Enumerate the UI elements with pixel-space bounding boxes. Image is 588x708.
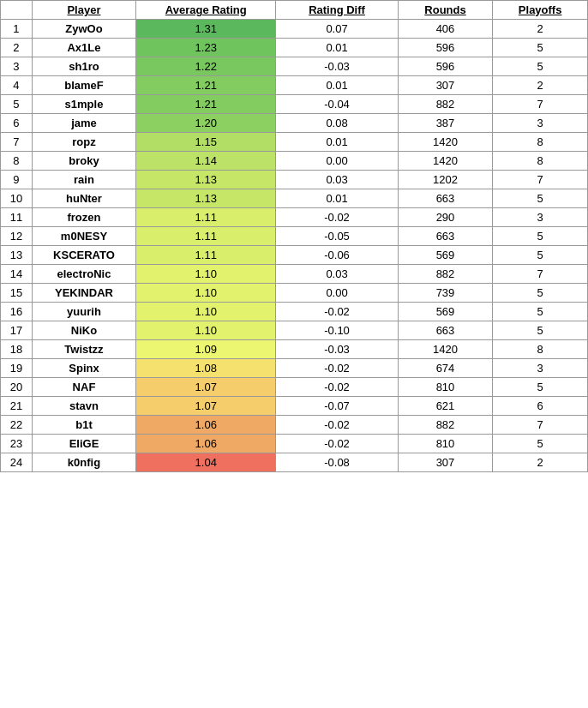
cell-player: b1t — [32, 416, 135, 435]
cell-rating-diff: -0.07 — [276, 397, 398, 416]
cell-avg-rating: 1.06 — [136, 435, 276, 453]
cell-rounds: 1420 — [398, 340, 493, 359]
table-row: 19Spinx1.08-0.026743 — [1, 359, 588, 378]
cell-avg-rating: 1.22 — [136, 57, 276, 76]
cell-playoffs: 5 — [493, 321, 588, 340]
cell-player: EliGE — [32, 435, 135, 453]
cell-rounds: 307 — [398, 76, 493, 95]
cell-rank: 23 — [1, 435, 33, 453]
cell-rating-diff: 0.00 — [276, 284, 398, 303]
cell-player: frozen — [32, 208, 135, 227]
cell-rounds: 882 — [398, 265, 493, 284]
cell-avg-rating: 1.10 — [136, 321, 276, 340]
cell-rank: 10 — [1, 189, 33, 208]
cell-rating-diff: 0.03 — [276, 265, 398, 284]
cell-rating-diff: -0.06 — [276, 246, 398, 265]
cell-rank: 24 — [1, 453, 33, 472]
table-row: 23EliGE1.06-0.028105 — [1, 435, 588, 453]
cell-playoffs: 3 — [493, 114, 588, 133]
table-row: 10huNter1.130.016635 — [1, 189, 588, 208]
cell-playoffs: 7 — [493, 416, 588, 435]
cell-playoffs: 2 — [493, 76, 588, 95]
cell-avg-rating: 1.14 — [136, 152, 276, 171]
cell-playoffs: 8 — [493, 133, 588, 152]
cell-player: Spinx — [32, 359, 135, 378]
cell-rank: 3 — [1, 57, 33, 76]
cell-rank: 2 — [1, 39, 33, 57]
cell-avg-rating: 1.11 — [136, 227, 276, 246]
table-row: 20NAF1.07-0.028105 — [1, 378, 588, 397]
cell-rounds: 882 — [398, 95, 493, 114]
cell-rounds: 1202 — [398, 171, 493, 189]
cell-rating-diff: -0.08 — [276, 453, 398, 472]
cell-rank: 15 — [1, 284, 33, 303]
cell-player: NAF — [32, 378, 135, 397]
cell-rating-diff: -0.05 — [276, 227, 398, 246]
cell-player: KSCERATO — [32, 246, 135, 265]
cell-avg-rating: 1.09 — [136, 340, 276, 359]
table-row: 6jame1.200.083873 — [1, 114, 588, 133]
cell-rating-diff: -0.02 — [276, 416, 398, 435]
cell-rounds: 406 — [398, 20, 493, 39]
cell-rank: 5 — [1, 95, 33, 114]
cell-rating-diff: 0.08 — [276, 114, 398, 133]
table-row: 22b1t1.06-0.028827 — [1, 416, 588, 435]
cell-rank: 1 — [1, 20, 33, 39]
cell-playoffs: 2 — [493, 20, 588, 39]
cell-rank: 6 — [1, 114, 33, 133]
cell-playoffs: 5 — [493, 284, 588, 303]
cell-player: rain — [32, 171, 135, 189]
cell-rank: 8 — [1, 152, 33, 171]
table-row: 12m0NESY1.11-0.056635 — [1, 227, 588, 246]
cell-player: m0NESY — [32, 227, 135, 246]
cell-avg-rating: 1.04 — [136, 453, 276, 472]
cell-rating-diff: -0.02 — [276, 208, 398, 227]
cell-playoffs: 2 — [493, 453, 588, 472]
cell-rounds: 663 — [398, 189, 493, 208]
cell-player: ropz — [32, 133, 135, 152]
header-player: Player — [32, 1, 135, 20]
cell-avg-rating: 1.08 — [136, 359, 276, 378]
cell-rounds: 569 — [398, 303, 493, 321]
table-row: 21stavn1.07-0.076216 — [1, 397, 588, 416]
header-rank — [1, 1, 33, 20]
table-row: 3sh1ro1.22-0.035965 — [1, 57, 588, 76]
cell-rank: 4 — [1, 76, 33, 95]
cell-rating-diff: -0.10 — [276, 321, 398, 340]
cell-player: broky — [32, 152, 135, 171]
cell-avg-rating: 1.07 — [136, 378, 276, 397]
cell-rounds: 1420 — [398, 133, 493, 152]
cell-rank: 13 — [1, 246, 33, 265]
table-row: 17NiKo1.10-0.106635 — [1, 321, 588, 340]
cell-rank: 9 — [1, 171, 33, 189]
cell-rank: 17 — [1, 321, 33, 340]
table-row: 24k0nfig1.04-0.083072 — [1, 453, 588, 472]
cell-rounds: 1420 — [398, 152, 493, 171]
cell-avg-rating: 1.06 — [136, 416, 276, 435]
cell-rank: 14 — [1, 265, 33, 284]
table-row: 8broky1.140.0014208 — [1, 152, 588, 171]
cell-rating-diff: 0.03 — [276, 171, 398, 189]
table-row: 1ZywOo1.310.074062 — [1, 20, 588, 39]
cell-avg-rating: 1.11 — [136, 208, 276, 227]
header-row: Player Average Rating Rating Diff Rounds… — [1, 1, 588, 20]
cell-rank: 12 — [1, 227, 33, 246]
table-row: 5s1mple1.21-0.048827 — [1, 95, 588, 114]
cell-rounds: 307 — [398, 453, 493, 472]
cell-playoffs: 8 — [493, 340, 588, 359]
table-row: 18Twistzz1.09-0.0314208 — [1, 340, 588, 359]
cell-rounds: 810 — [398, 435, 493, 453]
cell-avg-rating: 1.23 — [136, 39, 276, 57]
cell-rank: 11 — [1, 208, 33, 227]
cell-rating-diff: 0.01 — [276, 76, 398, 95]
cell-rating-diff: -0.03 — [276, 57, 398, 76]
table-row: 16yuurih1.10-0.025695 — [1, 303, 588, 321]
cell-rank: 18 — [1, 340, 33, 359]
cell-playoffs: 8 — [493, 152, 588, 171]
table-row: 9rain1.130.0312027 — [1, 171, 588, 189]
cell-rounds: 569 — [398, 246, 493, 265]
cell-player: k0nfig — [32, 453, 135, 472]
table-row: 15YEKINDAR1.100.007395 — [1, 284, 588, 303]
cell-rounds: 739 — [398, 284, 493, 303]
cell-playoffs: 5 — [493, 303, 588, 321]
